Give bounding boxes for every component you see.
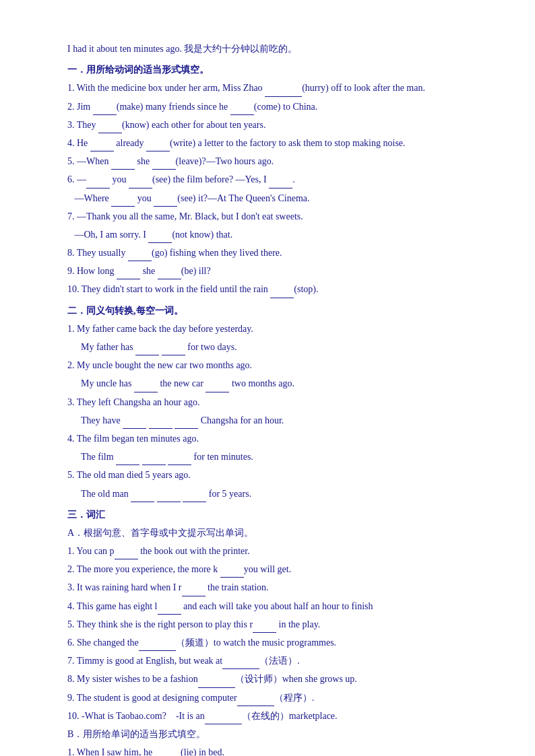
intro-line: I had it about ten minutes ago. 我是大约十分钟以… (67, 40, 481, 57)
s3a-item9: 9. The student is good at designing comp… (67, 689, 481, 706)
blank (142, 454, 166, 465)
s1-item8: 8. They usually (go) fishing when they l… (67, 244, 481, 261)
blank (111, 196, 135, 207)
s2-item2-orig: 2. My uncle bought the new car two month… (67, 357, 481, 374)
blank (253, 622, 276, 633)
blank (116, 454, 139, 465)
blank (230, 104, 254, 115)
page-content: I had it about ten minutes ago. 我是大约十分钟以… (67, 40, 481, 756)
s1-item6a: 6. — you (see) the film before? —Yes, I … (67, 171, 481, 188)
blank (93, 104, 117, 115)
blank (270, 287, 294, 298)
section3-title: 三．词汇 (67, 506, 481, 523)
s3a-item1: 1. You can p the book out with the print… (67, 543, 481, 559)
blank (220, 567, 244, 578)
s2-item1-trans: My father has for two days. (81, 339, 481, 355)
s1-item2: 2. Jim (make) many friends since he (com… (67, 98, 481, 115)
s3b-item1: 1. When I saw him, he (lie) in bed. (67, 744, 481, 756)
section2-title: 二．同义句转换,每空一词。 (67, 302, 481, 319)
s1-item4: 4. He already (write) a letter to the fa… (67, 135, 481, 151)
blank (117, 269, 140, 279)
s2-item1-orig: 1. My father came back the day before ye… (67, 320, 481, 337)
s2-item4-trans: The film for ten minutes. (81, 448, 481, 465)
section1-title: 一．用所给动词的适当形式填空。 (67, 61, 481, 78)
blank (265, 86, 302, 97)
blank (123, 418, 146, 429)
blank (183, 491, 206, 502)
blank (158, 269, 181, 279)
blank (111, 159, 135, 170)
s3a-item10: 10. -What is Taobao.com? -It is an（在线的）m… (67, 708, 481, 724)
blank (237, 695, 274, 706)
s2-item5-orig: 5. The old man died 5 years ago. (67, 467, 481, 483)
s3a-item4: 4. This game has eight l and each will t… (67, 598, 481, 615)
s1-item5: 5. —When she (leave)?—Two hours ago. (67, 153, 481, 170)
s2-item3-orig: 3. They left Changsha an hour ago. (67, 394, 481, 411)
blank (149, 418, 172, 429)
s2-item3-trans: They have Changsha for an hour. (81, 412, 481, 429)
blank (152, 159, 176, 170)
blank (206, 382, 229, 392)
s3a-item2: 2. The more you experience, the more k y… (67, 561, 481, 578)
s1-item6b: —Where you (see) it?—At The Queen's Cine… (67, 190, 481, 207)
blank (269, 178, 292, 188)
s2-item5-trans: The old man for 5 years. (81, 485, 481, 502)
blank (135, 345, 159, 355)
blank (162, 345, 185, 355)
blank (157, 491, 181, 502)
s2-item4-orig: 4. The film began ten minutes ago. (67, 430, 481, 447)
blank (168, 454, 191, 465)
s1-item7b: —Oh, I am sorry. I (not know) that. (67, 226, 481, 243)
s1-item9: 9. How long she (be) ill? (67, 263, 481, 279)
blank (128, 250, 152, 261)
s3a-item5: 5. They think she is the right person to… (67, 616, 481, 633)
blank (205, 714, 242, 724)
blank (131, 491, 154, 502)
blank (86, 178, 110, 188)
s3a-item8: 8. My sister wishes to be a fashion（设计师）… (67, 671, 481, 687)
s3a-item6: 6. She changed the（频道）to watch the music… (67, 634, 481, 651)
blank (158, 604, 181, 615)
blank (198, 677, 235, 688)
s3a-item3: 3. It was raining hard when I r the trai… (67, 579, 481, 596)
blank (90, 141, 114, 151)
blank (98, 123, 122, 133)
section3b-title: B．用所给单词的适当形式填空。 (67, 726, 481, 743)
s2-item2-trans: My uncle has the new car two months ago. (81, 375, 481, 392)
blank (154, 196, 177, 207)
s3a-item7: 7. Timmy is good at English, but weak at… (67, 652, 481, 669)
blank (129, 178, 152, 188)
s1-item3: 3. They (know) each other for about ten … (67, 116, 481, 133)
s1-item1: 1. With the medicine box under her arm, … (67, 79, 481, 96)
blank (222, 658, 259, 669)
s1-item10: 10. They didn't start to work in the fie… (67, 281, 481, 298)
blank (115, 549, 138, 559)
section3a-title: A．根据句意、首字母或中文提示写出单词。 (67, 524, 481, 541)
blank (139, 640, 176, 651)
blank (148, 232, 172, 243)
blank (182, 586, 206, 596)
blank (155, 750, 179, 756)
s1-item7a: 7. —Thank you all the same, Mr. Black, b… (67, 208, 481, 225)
blank (175, 418, 198, 429)
blank (146, 141, 170, 151)
blank (134, 382, 158, 392)
